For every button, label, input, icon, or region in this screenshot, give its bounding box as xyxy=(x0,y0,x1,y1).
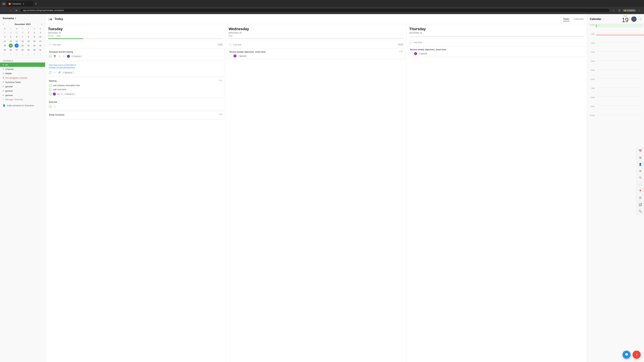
sidebar-item-middle[interactable]: # Middle xyxy=(0,71,45,76)
refresh-icon-button[interactable]: ↻ xyxy=(62,54,66,58)
plan-link[interactable]: Plan xyxy=(228,35,232,37)
sidebar-item-general-3[interactable]: # general xyxy=(0,93,45,97)
focus-link[interactable]: Focus xyxy=(48,35,54,37)
cal-day[interactable]: 11 xyxy=(3,39,7,43)
calendar-view-icon-button[interactable]: 📅 xyxy=(637,148,643,154)
cal-day[interactable]: 30 xyxy=(32,48,36,52)
cal-day[interactable]: 14 xyxy=(20,39,24,43)
complete-button[interactable] xyxy=(410,52,413,55)
menu-button[interactable]: ⋮ xyxy=(637,8,642,12)
expand-panel-button[interactable]: →| xyxy=(638,17,641,21)
cal-day[interactable]: 29 xyxy=(26,48,30,52)
cal-day[interactable]: 29 xyxy=(14,30,18,34)
list-icon-button[interactable]: ☰ xyxy=(637,195,643,201)
cal-day[interactable]: 23 xyxy=(32,43,36,48)
add-task-row[interactable]: + Add task 0:30 xyxy=(227,42,405,47)
cal-day[interactable]: 1 xyxy=(26,30,30,34)
sidebar-item-general-2[interactable]: # general xyxy=(0,89,45,93)
cal-day[interactable]: 17 xyxy=(38,39,42,43)
sidebar-item-all[interactable]: # all xyxy=(0,62,45,67)
refresh-icon-button[interactable]: ↻ xyxy=(637,175,643,181)
bookmark-button[interactable]: ☆ xyxy=(611,8,616,12)
clock-icon-button[interactable]: ⏱ xyxy=(58,54,61,58)
collapse-sidebar-button[interactable]: |◀ xyxy=(49,17,52,21)
link-icon-button[interactable]: 🔗 xyxy=(58,71,61,74)
complete-button[interactable] xyxy=(49,92,52,95)
cal-day[interactable]: 8 xyxy=(26,35,30,39)
plan-link[interactable]: Plan xyxy=(57,35,61,37)
cal-day[interactable]: 2 xyxy=(9,52,13,56)
cal-day[interactable]: 22 xyxy=(26,43,30,48)
cal-day[interactable]: 3 xyxy=(38,30,42,34)
chat-fab-button[interactable]: 💬 xyxy=(622,351,630,359)
cal-next-button[interactable]: › xyxy=(40,22,43,26)
person-icon-button[interactable]: 👤 xyxy=(637,161,643,167)
sidebar-item-manage-channels[interactable]: + Manage Channels xyxy=(0,97,45,102)
cal-day[interactable]: 7 xyxy=(38,52,42,56)
add-fab-button[interactable]: + xyxy=(632,351,641,359)
cal-prev-button[interactable]: ‹ xyxy=(2,22,5,26)
cal-day[interactable]: 6 xyxy=(32,52,36,56)
cal-day[interactable]: 3 xyxy=(14,52,18,56)
cal-day[interactable]: 16 xyxy=(32,39,36,43)
complete-button[interactable] xyxy=(49,105,52,108)
cal-day[interactable]: 10 xyxy=(38,35,42,39)
today-button[interactable]: Today xyxy=(54,17,63,21)
cal-day[interactable]: 7 xyxy=(20,35,24,39)
tab-calendar[interactable]: Calendar xyxy=(574,17,584,21)
tab-tasks[interactable]: Tasks xyxy=(563,17,569,21)
extension-button[interactable]: ⊡ xyxy=(617,8,622,12)
subtask-complete-button[interactable] xyxy=(49,88,52,91)
cal-day[interactable]: 18 xyxy=(3,43,7,48)
rotate-icon-button[interactable]: 🔄 xyxy=(637,201,643,207)
cal-day[interactable]: 1 xyxy=(3,52,7,56)
add-task-row[interactable]: + Add task xyxy=(408,39,586,45)
sidebar-item-channel[interactable]: # Channel xyxy=(0,67,45,71)
url-bar[interactable]: app.sunsama.com/group/moodjoy_workspace xyxy=(20,8,610,12)
cal-day[interactable]: 4 xyxy=(20,52,24,56)
cal-day[interactable]: 5 xyxy=(9,35,13,39)
browser-tab[interactable]: S Sunsama ✕ xyxy=(6,1,33,6)
tab-group-button[interactable]: ⊞ xyxy=(2,2,6,5)
forward-button[interactable]: → xyxy=(8,8,13,13)
cal-day[interactable]: 9 xyxy=(32,35,36,39)
cal-day[interactable]: 27 xyxy=(3,30,7,34)
calendar-event[interactable]: ✓ xyxy=(596,24,643,27)
sidebar-item-general-1[interactable]: # general xyxy=(0,84,45,89)
complete-button[interactable] xyxy=(49,55,52,58)
cal-day[interactable]: 24 xyxy=(38,43,42,48)
cal-day[interactable]: 28 xyxy=(20,48,24,52)
document-icon-button[interactable]: 📄 xyxy=(637,181,643,187)
cal-day[interactable]: 31 xyxy=(38,48,42,52)
cal-day[interactable]: 5 xyxy=(26,52,30,56)
refresh-icon-button[interactable]: ↻ xyxy=(53,71,56,74)
cal-day[interactable]: 15 xyxy=(26,39,30,43)
cal-day[interactable]: 4 xyxy=(3,35,7,39)
cal-day[interactable]: 26 xyxy=(9,48,13,52)
location-icon-button[interactable]: 📍 xyxy=(637,188,643,194)
refresh-icon-button[interactable]: ↻ xyxy=(53,105,56,108)
cal-day[interactable]: 27 xyxy=(14,48,18,52)
add-task-row[interactable]: + Add task 1:20 xyxy=(46,42,224,47)
complete-button[interactable] xyxy=(230,54,232,57)
sidebar-item-sunsama-tasks[interactable]: # Sunsama Tasks xyxy=(0,80,45,84)
cal-day[interactable]: 30 xyxy=(20,30,24,34)
calendar-icon-button[interactable]: 📅 xyxy=(53,54,56,58)
cal-day[interactable]: 13 xyxy=(14,39,18,43)
new-tab-button[interactable]: + xyxy=(34,2,38,6)
cal-day[interactable]: 25 xyxy=(3,48,7,52)
cal-day-today[interactable]: 19 xyxy=(9,43,13,48)
complete-button[interactable] xyxy=(49,71,52,74)
close-tab-button[interactable]: ✕ xyxy=(22,3,25,5)
cal-day[interactable]: 12 xyxy=(9,39,13,43)
back-button[interactable]: ← xyxy=(2,8,7,13)
mail-icon-button[interactable]: ✉ xyxy=(637,168,643,174)
reload-button[interactable]: ↻ xyxy=(14,8,19,13)
search-icon-button[interactable]: 🔍 xyxy=(637,208,643,214)
sidebar-footer-invite[interactable]: 👤 Invite someone to Sunsama xyxy=(0,103,45,108)
cal-day[interactable]: 2 xyxy=(32,30,36,34)
sidebar-item-designers[interactable]: # Our designers channel xyxy=(0,76,45,80)
user-avatar-button[interactable]: 👤 xyxy=(631,16,636,22)
workspace-name[interactable]: Sunsama xyxy=(3,17,14,19)
cal-day-selected[interactable]: 20 xyxy=(14,43,18,48)
